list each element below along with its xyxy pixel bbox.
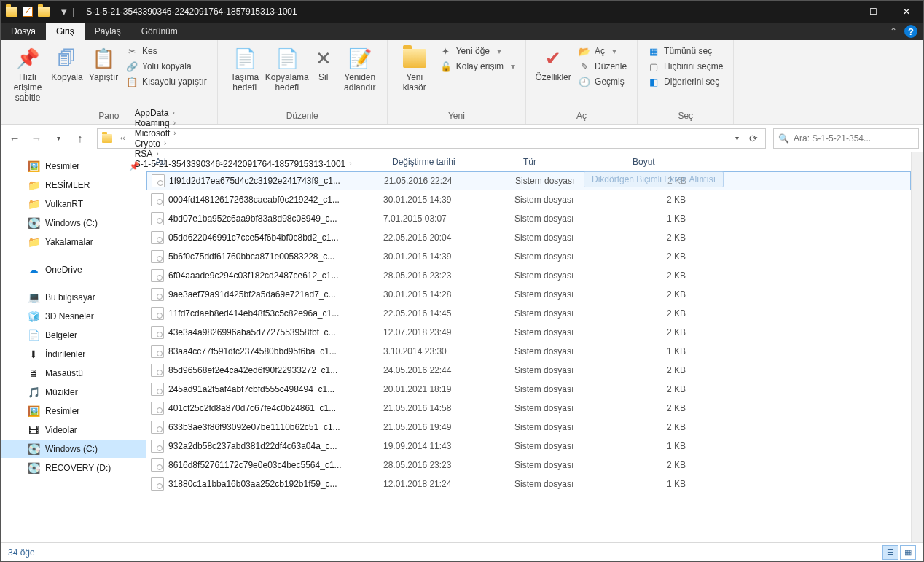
help-button[interactable]: ?	[904, 25, 917, 38]
file-date: 30.01.2015 14:39	[383, 195, 514, 205]
file-row[interactable]: 83aa4cc77f591dfc2374580bbd95f6ba_c1...3.…	[146, 342, 911, 361]
sidebar-item[interactable]: 🧊3D Nesneler	[1, 307, 146, 326]
select-none-button[interactable]: ▢Hiçbirini seçme	[646, 60, 724, 73]
file-row[interactable]: 0004fd148126172638caeabf0c219242_c1...30…	[146, 190, 911, 209]
file-row[interactable]: 245ad91a2f5af4abf7cbfd555c498494_c1...20…	[146, 380, 911, 399]
sidebar-item[interactable]: 🖥Masaüstü	[1, 364, 146, 383]
breadcrumb-segment[interactable]: AppData›	[132, 108, 359, 118]
select-all-button[interactable]: ▦Tümünü seç	[646, 44, 724, 58]
new-folder-button[interactable]: Yeni klasör	[394, 43, 436, 96]
file-row[interactable]: 43e3a4a9826996aba5d7727553958fbf_c...12.…	[146, 323, 911, 342]
snip-overlay: Dikdörtgen Biçimli Ekran Alıntısı	[584, 171, 724, 187]
file-row[interactable]: 85d96568ef2e4ca42ed6f90f22933272_c1...24…	[146, 361, 911, 380]
file-row[interactable]: 8616d8f52761172c79e0e03c4bec5564_c1...28…	[146, 456, 911, 475]
breadcrumb-segment[interactable]: Microsoft›	[132, 128, 359, 138]
recent-dropdown[interactable]: ▾	[49, 129, 68, 148]
sidebar-item[interactable]: 💻Bu bilgisayar	[1, 288, 146, 307]
tab-view[interactable]: Görünüm	[131, 23, 188, 40]
edit-button[interactable]: ✎Düzenle	[577, 60, 628, 73]
sidebar-item[interactable]: 💽Windows (C:)	[1, 214, 146, 233]
address-bar[interactable]: ‹‹ AppData›Roaming›Microsoft›Crypto›RSA›…	[97, 128, 766, 149]
file-size: 2 KB	[624, 270, 686, 281]
easy-access-button[interactable]: 🔓Kolay erişim▾	[439, 60, 517, 73]
file-list[interactable]: Dikdörtgen Biçimli Ekran Alıntısı 1f91d2…	[146, 171, 911, 542]
nav-item-label: Masaüstü	[45, 368, 83, 378]
sidebar-item[interactable]: 🖼️Resimler📌	[1, 157, 146, 176]
back-button[interactable]: ←	[5, 129, 24, 148]
file-row[interactable]: 401cf25c2fd8a870d7c67fe4c0b24861_c1...21…	[146, 399, 911, 418]
delete-button[interactable]: ✕Sil	[308, 43, 339, 86]
address-dropdown-icon[interactable]: ▾	[735, 134, 739, 142]
column-date[interactable]: Değiştirme tarihi	[386, 157, 517, 167]
rename-button[interactable]: 📝Yeniden adlandır	[339, 43, 381, 96]
file-name: 0004fd148126172638caeabf0c219242_c1...	[168, 195, 383, 205]
search-input[interactable]: 🔍 Ara: S-1-5-21-354...	[773, 128, 919, 149]
sidebar-item[interactable]: 💽Windows (C:)	[1, 440, 146, 458]
tab-file[interactable]: Dosya	[1, 23, 46, 40]
file-row[interactable]: 05dd622046991c7cce54f6b4bf0c8bd2_c1...22…	[146, 228, 911, 247]
nav-item-icon: 📁	[27, 236, 40, 248]
navigation-pane[interactable]: 🖼️Resimler📌📁RESİMLER📁VulkanRT💽Windows (C…	[1, 152, 146, 542]
file-size: 1 KB	[624, 214, 686, 224]
scrollbar[interactable]	[911, 152, 923, 542]
sidebar-item[interactable]: 💽RECOVERY (D:)	[1, 458, 146, 477]
paste-shortcut-button[interactable]: 📋Kısayolu yapıştır	[125, 75, 208, 88]
file-row[interactable]: 31880c1a1bba16b03aa252cb192b1f59_c...12.…	[146, 475, 911, 493]
copy-button[interactable]: 🗐Kopyala	[49, 43, 85, 86]
invert-selection-button[interactable]: ◧Diğerlerini seç	[646, 75, 724, 88]
up-button[interactable]: ↑	[71, 129, 90, 148]
sidebar-item[interactable]: 📄Belgeler	[1, 326, 146, 345]
breadcrumb-prefix[interactable]: ‹‹	[114, 134, 132, 142]
maximize-button[interactable]: ☐	[856, 1, 890, 23]
pin-quickaccess-button[interactable]: 📌Hızlı erişime sabitle	[7, 43, 49, 106]
file-row[interactable]: 5b6f0c75ddf61760bbca871e00583228_c...30.…	[146, 247, 911, 266]
file-name: 633b3ae3f86f93092e07be1110b62c51_c1...	[168, 422, 383, 432]
sidebar-item[interactable]: 📁RESİMLER	[1, 176, 146, 195]
file-name: 401cf25c2fd8a870d7c67fe4c0b24861_c1...	[168, 403, 383, 413]
column-name[interactable]: Ad︿	[149, 157, 386, 167]
column-type[interactable]: Tür	[517, 157, 627, 167]
sidebar-item[interactable]: ☁OneDrive	[1, 260, 146, 279]
sidebar-item[interactable]: 🎵Müzikler	[1, 383, 146, 402]
qa-check-icon[interactable]	[21, 5, 34, 18]
file-icon	[151, 231, 164, 244]
paste-button[interactable]: 📋Yapıştır	[85, 43, 122, 86]
easy-access-icon: 🔓	[440, 61, 452, 72]
sidebar-item[interactable]: ⬇İndirilenler	[1, 345, 146, 364]
file-row[interactable]: 9ae3aef79a91d425bf2a5da69e721ad7_c...30.…	[146, 285, 911, 304]
breadcrumb-segment[interactable]: Roaming›	[132, 118, 359, 128]
refresh-button[interactable]: ⟳	[749, 133, 758, 144]
file-row[interactable]: 633b3ae3f86f93092e07be1110b62c51_c1...21…	[146, 418, 911, 437]
properties-button[interactable]: ✔Özellikler	[532, 43, 574, 86]
qa-dropdown-icon[interactable]: ▾	[55, 5, 68, 18]
file-row[interactable]: 1f91d2d17ea675d4c2c3192e241743f9_c1...21…	[146, 171, 911, 190]
ribbon-collapse-icon[interactable]: ⌃	[885, 23, 901, 40]
column-size[interactable]: Boyut	[627, 157, 689, 167]
file-row[interactable]: 11fd7cdaeb8ed414eb48f53c5c82e96a_c1...22…	[146, 304, 911, 323]
copy-path-button[interactable]: 🔗Yolu kopyala	[125, 60, 208, 73]
tab-home[interactable]: Giriş	[46, 23, 85, 40]
open-button[interactable]: 📂Aç▾	[577, 44, 628, 58]
forward-button[interactable]: →	[27, 129, 46, 148]
file-row[interactable]: 4bd07e1ba952c6aa9bf83a8d98c08949_c...7.0…	[146, 209, 911, 228]
breadcrumb-segment[interactable]: Crypto›	[132, 138, 359, 149]
file-row[interactable]: 6f04aaade9c294c03f182cd2487ce612_c1...28…	[146, 266, 911, 285]
cut-button[interactable]: ✂Kes	[125, 44, 208, 58]
history-button[interactable]: 🕘Geçmiş	[577, 75, 628, 88]
sidebar-item[interactable]: 📁Yakalamalar	[1, 233, 146, 251]
sidebar-item[interactable]: 🎞Videolar	[1, 421, 146, 440]
minimize-button[interactable]: ─	[823, 1, 856, 23]
column-headers[interactable]: Ad︿ Değiştirme tarihi Tür Boyut	[146, 152, 911, 171]
file-row[interactable]: 932a2db58c237abd381d22df4c63a04a_c...19.…	[146, 437, 911, 456]
sidebar-item[interactable]: 📁VulkanRT	[1, 195, 146, 214]
file-type: Sistem dosyası	[514, 441, 624, 451]
folder-icon	[101, 132, 114, 145]
view-details-button[interactable]: ☰	[882, 545, 898, 560]
close-button[interactable]: ✕	[890, 1, 923, 23]
new-item-button[interactable]: ✦Yeni öğe▾	[439, 44, 517, 58]
move-to-button[interactable]: 📄Taşıma hedefi	[224, 43, 266, 96]
view-icons-button[interactable]: ▦	[900, 545, 916, 560]
tab-share[interactable]: Paylaş	[85, 23, 131, 40]
copy-to-button[interactable]: 📄Kopyalama hedefi	[266, 43, 308, 96]
sidebar-item[interactable]: 🖼️Resimler	[1, 402, 146, 421]
